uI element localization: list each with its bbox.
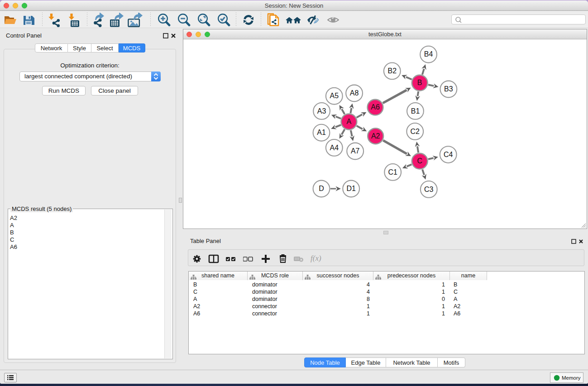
svg-text:A5: A5: [330, 92, 339, 100]
svg-text:A1: A1: [317, 129, 326, 136]
svg-text:B4: B4: [424, 50, 433, 58]
svg-text:B: B: [417, 79, 422, 86]
svg-text:B3: B3: [444, 85, 453, 93]
svg-text:C2: C2: [411, 128, 420, 135]
svg-text:A4: A4: [330, 144, 339, 152]
svg-text:A7: A7: [351, 147, 360, 155]
svg-text:B2: B2: [388, 67, 397, 75]
svg-text:C4: C4: [444, 151, 453, 158]
svg-text:A: A: [347, 118, 352, 125]
svg-text:A6: A6: [371, 103, 380, 111]
svg-text:A3: A3: [317, 107, 326, 115]
svg-text:A8: A8: [350, 89, 359, 97]
svg-text:D1: D1: [346, 185, 356, 192]
svg-text:C3: C3: [424, 186, 434, 193]
svg-text:D: D: [319, 185, 324, 192]
svg-text:A2: A2: [371, 132, 380, 140]
svg-text:B1: B1: [411, 107, 420, 115]
svg-text:C: C: [417, 157, 422, 165]
svg-text:C1: C1: [388, 168, 397, 176]
